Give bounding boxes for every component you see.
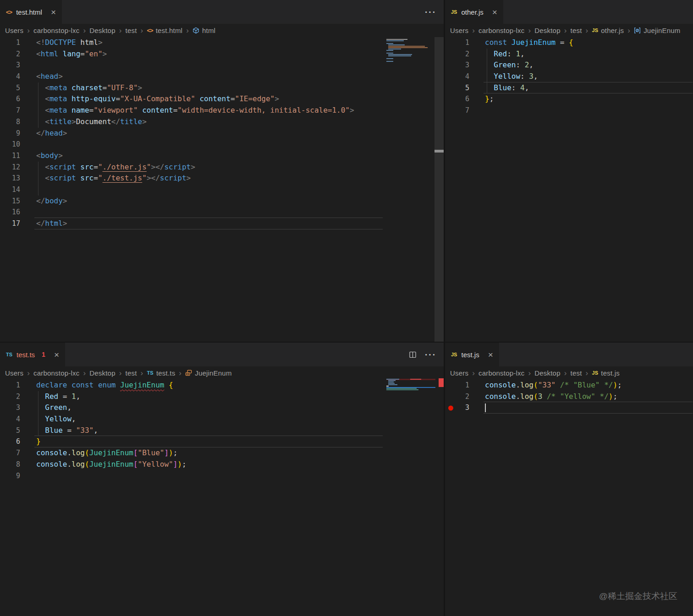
minimap[interactable] [386,379,435,391]
line-number[interactable]: 8 [0,459,20,470]
line-number[interactable]: 4 [0,71,20,82]
line-number[interactable]: 13 [0,173,20,184]
code-line[interactable]: 3 Green, [0,402,444,414]
code-line[interactable]: 6 <meta http-equiv="X-UA-Compatible" con… [0,93,444,105]
breadcrumb-item-carbonstop-lxc[interactable]: carbonstop-lxc [33,27,79,34]
code-line[interactable]: 1<!DOCTYPE html> [0,37,444,49]
line-number[interactable]: 2 [0,49,20,60]
code-editor[interactable]: 1<!DOCTYPE html>2<html lang="en">34<head… [0,37,444,342]
breadcrumb-item-test[interactable]: test [126,369,137,377]
line-number[interactable]: 3 [0,402,20,414]
breadcrumb-item-Users[interactable]: Users [450,27,468,34]
line-number[interactable]: 6 [0,93,20,105]
breadcrumb-item-Desktop[interactable]: Desktop [89,369,115,377]
code-line[interactable]: 7 <meta name="viewport" content="width=d… [0,105,444,116]
line-number[interactable]: 3 [0,60,20,71]
line-number[interactable]: 11 [0,150,20,162]
line-number[interactable]: 5 [0,425,20,436]
code-editor[interactable]: 1console.log("33" /* "Blue" */);2console… [445,380,693,616]
line-number[interactable]: 10 [0,139,20,150]
scrollbar-thumb[interactable] [434,150,444,153]
code-line[interactable]: 5 <meta charset="UTF-8"> [0,82,444,94]
breadcrumb-item-Users[interactable]: Users [5,369,23,377]
breadcrumb-item-test.ts[interactable]: TStest.ts [147,369,175,377]
minimap[interactable] [386,39,435,62]
code-line[interactable]: 3 Green: 2, [445,60,693,71]
line-number[interactable]: 1 [0,380,20,391]
line-number[interactable]: 5 [445,82,469,94]
code-editor[interactable]: 1declare const enum JuejinEnum {2 Red = … [0,380,444,616]
close-icon[interactable]: × [488,350,493,359]
line-number[interactable]: 3 [445,60,469,71]
close-icon[interactable]: × [492,8,497,16]
line-number[interactable]: 5 [0,82,20,94]
breadcrumb-item-carbonstop-lxc[interactable]: carbonstop-lxc [478,369,524,377]
code-line[interactable]: 1console.log("33" /* "Blue" */); [445,380,693,391]
more-actions-icon[interactable]: ··· [425,350,436,359]
code-line[interactable]: 5 Blue: 4, [445,82,693,94]
code-line[interactable]: 11<body> [0,150,444,162]
breadcrumb-item-other.js[interactable]: JSother.js [592,27,624,34]
breadcrumb-item-Users[interactable]: Users [450,369,468,377]
tab-test.html[interactable]: <>test.html× [0,0,62,24]
code-line[interactable]: 7 [445,105,693,116]
line-number[interactable]: 7 [0,105,20,116]
breadcrumb-item-Users[interactable]: Users [5,27,23,34]
line-number[interactable]: 14 [0,184,20,196]
breadcrumb-item-JuejinEnum[interactable]: JuejinEnum [185,369,231,377]
line-number[interactable]: 15 [0,196,20,207]
code-line[interactable]: 8 <title>Document</title> [0,116,444,128]
line-number[interactable]: 1 [0,37,20,49]
more-actions-icon[interactable]: ··· [425,8,436,16]
line-number[interactable]: 6 [445,93,469,105]
code-line[interactable]: 5 Blue = "33", [0,425,444,436]
breadcrumb-item-Desktop[interactable]: Desktop [534,369,560,377]
line-number[interactable]: 7 [445,105,469,116]
line-number[interactable]: 16 [0,207,20,218]
code-line[interactable]: 6} [0,436,444,447]
breadcrumb-item-html[interactable]: html [192,27,215,34]
line-number[interactable]: 9 [0,470,20,482]
code-line[interactable]: 2console.log(3 /* "Yellow" */); [445,391,693,403]
code-line[interactable]: 8console.log(JuejinEnum["Yellow"]); [0,459,444,470]
breadcrumb-item-Desktop[interactable]: Desktop [89,27,115,34]
close-icon[interactable]: × [54,350,59,359]
breadcrumb-item-test.html[interactable]: <>test.html [147,27,182,34]
line-number[interactable]: 17 [0,218,20,229]
breadcrumb-item-test.js[interactable]: JStest.js [592,369,619,377]
code-line[interactable]: 15</body> [0,196,444,207]
line-number[interactable]: 2 [445,391,469,403]
breadcrumb-item-test[interactable]: test [571,369,582,377]
code-line[interactable]: 16 [0,207,444,218]
code-line[interactable]: 14 [0,184,444,196]
code-line[interactable]: 1const JuejinEnum = { [445,37,693,49]
code-line[interactable]: 3 [0,60,444,71]
code-line[interactable]: 6}; [445,93,693,105]
tab-other.js[interactable]: JSother.js× [445,0,503,24]
code-line[interactable]: 13 <script src="./test.js"></script> [0,173,444,184]
line-number[interactable]: 8 [0,116,20,128]
breadcrumb-item-Desktop[interactable]: Desktop [534,27,560,34]
line-number[interactable]: 7 [0,447,20,459]
code-line[interactable]: 9 [0,470,444,482]
line-number[interactable]: 2 [445,49,469,60]
code-line[interactable]: 2<html lang="en"> [0,49,444,60]
breakpoint-icon[interactable] [448,405,453,410]
code-line[interactable]: 3 [445,402,693,414]
code-line[interactable]: 7console.log(JuejinEnum["Blue"]); [0,447,444,459]
breadcrumb-item-carbonstop-lxc[interactable]: carbonstop-lxc [478,27,524,34]
breadcrumb-item-carbonstop-lxc[interactable]: carbonstop-lxc [33,369,79,377]
breadcrumb-item-test[interactable]: test [126,27,137,34]
split-editor-icon[interactable] [409,351,417,358]
line-number[interactable]: 12 [0,162,20,173]
code-line[interactable]: 4 Yellow: 3, [445,71,693,82]
close-icon[interactable]: × [51,8,56,16]
line-number[interactable]: 4 [0,414,20,425]
tab-test.ts[interactable]: TStest.ts1× [0,343,65,366]
scrollbar[interactable] [434,37,444,342]
code-line[interactable]: 4 Yellow, [0,414,444,425]
tab-test.js[interactable]: JStest.js× [445,343,499,366]
code-line[interactable]: 2 Red = 1, [0,391,444,403]
breadcrumb-item-test[interactable]: test [571,27,582,34]
line-number[interactable]: 4 [445,71,469,82]
